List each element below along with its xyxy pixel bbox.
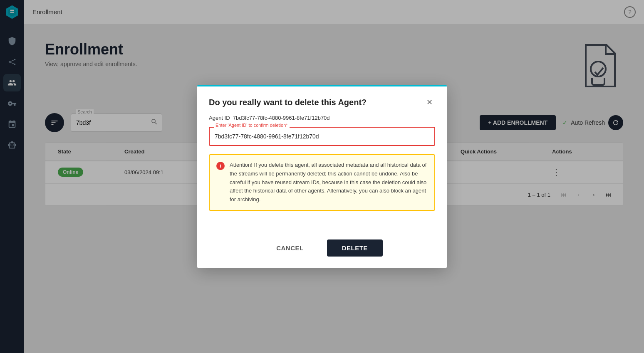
dialog-footer: CANCEL DELETE	[197, 231, 447, 268]
dialog-close-button[interactable]: ✕	[424, 96, 435, 108]
warning-text: Attention! If you delete this agent, all…	[230, 161, 428, 204]
dialog-title: Do you really want to delete this Agent?	[209, 98, 367, 107]
delete-button[interactable]: DELETE	[327, 239, 383, 257]
dialog-body: Agent ID 7bd3fc77-78fc-4880-9961-8fe71f1…	[197, 115, 447, 231]
agent-id-label: Agent ID	[209, 115, 230, 121]
warning-icon: i	[216, 162, 225, 170]
modal-overlay: Do you really want to delete this Agent?…	[0, 0, 644, 353]
agent-id-value: 7bd3fc77-78fc-4880-9961-8fe71f12b70d	[233, 115, 330, 121]
dialog-agent-id: Agent ID 7bd3fc77-78fc-4880-9961-8fe71f1…	[209, 115, 435, 121]
dialog-input-container: Enter 'Agent ID' to confirm deletion*	[209, 127, 435, 146]
warning-box: i Attention! If you delete this agent, a…	[209, 154, 435, 211]
agent-id-confirm-input[interactable]	[209, 127, 435, 146]
dialog-header: Do you really want to delete this Agent?…	[197, 86, 447, 115]
dialog-input-label: Enter 'Agent ID' to confirm deletion*	[214, 123, 290, 128]
cancel-button[interactable]: CANCEL	[261, 239, 319, 257]
delete-dialog: Do you really want to delete this Agent?…	[197, 85, 447, 268]
